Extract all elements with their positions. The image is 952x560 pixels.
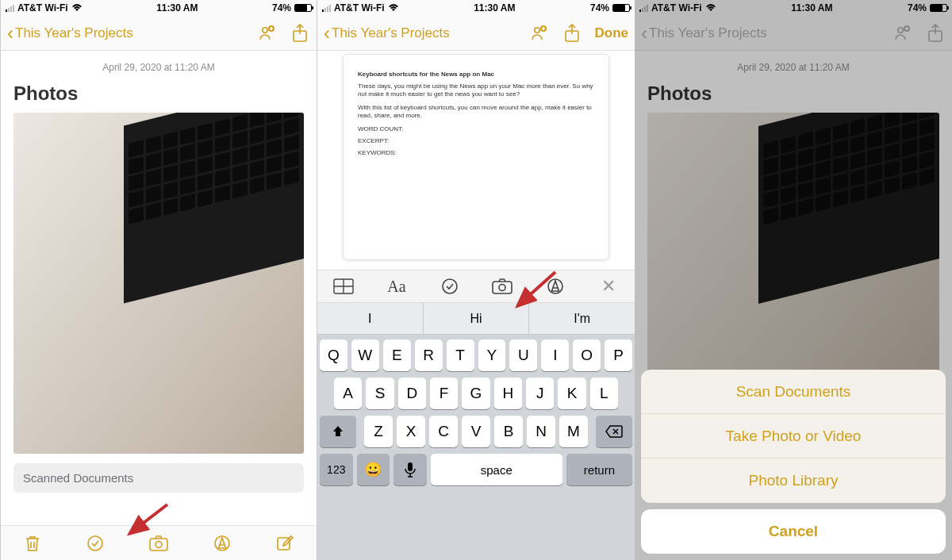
collaborate-icon[interactable] [256, 23, 277, 44]
key-k[interactable]: K [558, 378, 585, 409]
note-title: Photos [13, 82, 304, 105]
numbers-key[interactable]: 123 [320, 454, 353, 485]
doc-wordcount: WORD COUNT: [358, 125, 594, 132]
chevron-left-icon: ‹ [324, 24, 330, 43]
key-x[interactable]: X [397, 416, 425, 447]
close-icon[interactable]: ✕ [596, 274, 621, 299]
key-i[interactable]: I [541, 339, 569, 371]
key-v[interactable]: V [462, 416, 490, 447]
key-y[interactable]: Y [478, 339, 506, 371]
svg-point-5 [155, 541, 162, 547]
share-icon[interactable] [290, 23, 310, 44]
share-icon[interactable] [562, 23, 582, 44]
battery-pct: 74% [590, 2, 609, 13]
doc-excerpt: EXCERPT: [358, 137, 594, 144]
signal-icon [6, 4, 14, 12]
key-t[interactable]: T [447, 339, 474, 371]
key-w[interactable]: W [351, 339, 379, 371]
checklist-icon[interactable] [84, 532, 106, 554]
shift-key[interactable] [320, 416, 356, 447]
battery-icon [294, 4, 312, 12]
note-body[interactable]: Keyboard shortcuts for the News app on M… [317, 51, 635, 270]
markup-icon[interactable] [543, 274, 568, 299]
key-o[interactable]: O [573, 339, 601, 371]
back-label: This Year's Projects [332, 25, 450, 41]
key-s[interactable]: S [366, 378, 393, 409]
suggestion[interactable]: Hi [424, 303, 530, 334]
carrier-label: AT&T Wi-Fi [334, 2, 385, 13]
status-bar: AT&T Wi-Fi 11:30 AM 74% [317, 0, 635, 16]
done-button[interactable]: Done [595, 25, 629, 41]
clock: 11:30 AM [156, 2, 198, 13]
nav-bar: ‹ This Year's Projects Done [317, 16, 635, 51]
compose-icon[interactable] [274, 532, 296, 554]
battery-icon [612, 4, 630, 12]
doc-paragraph: These days, you might be using the News … [358, 82, 594, 99]
emoji-key[interactable]: 😀 [357, 454, 390, 485]
sheet-photo-library[interactable]: Photo Library [641, 458, 946, 503]
note-body[interactable]: April 29, 2020 at 11:20 AM Photos Scanne… [1, 51, 317, 525]
dictation-key[interactable] [393, 454, 427, 485]
textformat-icon[interactable]: Aa [384, 274, 409, 299]
key-e[interactable]: E [383, 339, 411, 371]
key-j[interactable]: J [526, 378, 554, 409]
svg-point-8 [534, 27, 539, 32]
screen-3-action-sheet: AT&T Wi-Fi 11:30 AM 74% ‹ This Year's Pr… [635, 0, 952, 560]
back-label: This Year's Projects [15, 25, 133, 41]
doc-heading: Keyboard shortcuts for the News app on M… [358, 71, 594, 78]
bottom-toolbar [1, 525, 317, 560]
svg-point-0 [263, 27, 267, 32]
document-preview[interactable]: Keyboard shortcuts for the News app on M… [343, 54, 609, 260]
wifi-icon [71, 4, 83, 12]
key-q[interactable]: Q [320, 339, 347, 371]
wifi-icon [388, 4, 399, 12]
keyboard: QWERTYUIOP ASDFGHJKL ZXCVBNM 123 😀 space… [317, 335, 635, 560]
key-h[interactable]: H [494, 378, 522, 409]
key-l[interactable]: L [590, 378, 618, 409]
clock: 11:30 AM [474, 2, 515, 13]
trash-icon[interactable] [21, 532, 44, 554]
svg-rect-13 [493, 282, 512, 293]
svg-rect-4 [150, 539, 167, 550]
back-button[interactable]: ‹ This Year's Projects [7, 24, 133, 43]
key-a[interactable]: A [334, 378, 362, 409]
note-timestamp: April 29, 2020 at 11:20 AM [13, 59, 304, 82]
sheet-scan-documents[interactable]: Scan Documents [641, 370, 946, 414]
backspace-key[interactable] [596, 416, 632, 447]
key-z[interactable]: Z [364, 416, 393, 447]
key-p[interactable]: P [605, 339, 632, 371]
key-m[interactable]: M [559, 416, 588, 447]
key-b[interactable]: B [494, 416, 523, 447]
screen-1-note-view: AT&T Wi-Fi 11:30 AM 74% ‹ This Year's Pr… [0, 0, 317, 560]
sheet-take-photo[interactable]: Take Photo or Video [641, 414, 946, 458]
svg-rect-16 [408, 462, 413, 471]
key-n[interactable]: N [527, 416, 555, 447]
checklist-icon[interactable] [437, 274, 463, 299]
camera-icon[interactable] [148, 532, 170, 554]
doc-paragraph: With this list of keyboard shortcuts, yo… [358, 104, 594, 121]
camera-icon[interactable] [489, 274, 515, 299]
nav-bar: ‹ This Year's Projects [1, 16, 317, 51]
action-sheet: Scan Documents Take Photo or Video Photo… [641, 370, 946, 554]
back-button[interactable]: ‹ This Year's Projects [324, 24, 450, 43]
quicktype-bar: I Hi I'm [317, 303, 635, 335]
note-photo[interactable] [13, 113, 304, 454]
suggestion[interactable]: I'm [529, 303, 635, 334]
markup-icon[interactable] [211, 532, 233, 554]
table-icon[interactable] [331, 274, 356, 299]
sheet-cancel[interactable]: Cancel [641, 509, 946, 554]
key-d[interactable]: D [398, 378, 426, 409]
collaborate-icon[interactable] [528, 23, 549, 44]
key-c[interactable]: C [429, 416, 458, 447]
key-r[interactable]: R [415, 339, 443, 371]
return-key[interactable]: return [566, 454, 632, 485]
space-key[interactable]: space [431, 454, 562, 485]
key-u[interactable]: U [509, 339, 537, 371]
signal-icon [322, 4, 331, 12]
chevron-left-icon: ‹ [7, 24, 13, 43]
screen-2-keyboard-view: AT&T Wi-Fi 11:30 AM 74% ‹ This Year's Pr… [317, 0, 635, 560]
suggestion[interactable]: I [317, 303, 424, 334]
key-g[interactable]: G [462, 378, 489, 409]
key-f[interactable]: F [430, 378, 458, 409]
scanned-documents-row[interactable]: Scanned Documents [13, 463, 304, 493]
